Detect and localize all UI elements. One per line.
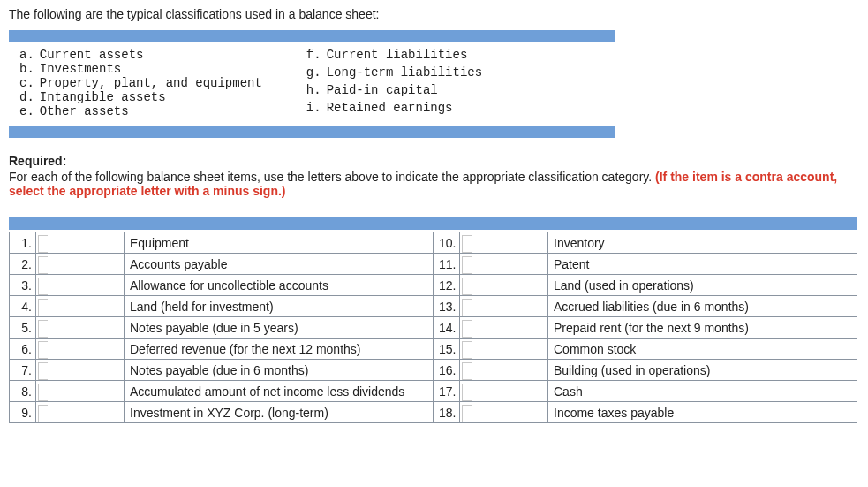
answer-input[interactable]: [460, 382, 547, 401]
classification-letter: f.: [306, 48, 327, 65]
answer-input[interactable]: [460, 297, 547, 316]
table-row: 6.Deferred revenue (for the next 12 mont…: [10, 339, 857, 360]
answer-cell[interactable]: [460, 317, 548, 339]
answer-input[interactable]: [460, 255, 547, 274]
item-number: 12.: [434, 275, 460, 296]
item-description: Land (held for investment): [125, 296, 434, 317]
answer-cell[interactable]: [460, 360, 548, 381]
classification-row: h.Paid-in capital: [306, 83, 482, 101]
answer-cell[interactable]: [36, 296, 125, 317]
answer-cell[interactable]: [36, 254, 125, 275]
answer-cell[interactable]: [460, 339, 548, 360]
answer-cell[interactable]: [460, 232, 548, 254]
classification-label: Current assets: [40, 48, 262, 62]
answer-cell[interactable]: [36, 381, 125, 402]
table-row: 7.Notes payable (due in 6 months)16.Buil…: [10, 360, 857, 381]
classifications-left-col: a.Current assetsb.Investmentsc.Property,…: [19, 48, 262, 118]
item-description: Patent: [548, 254, 857, 275]
answer-input[interactable]: [460, 318, 547, 338]
classification-letter: c.: [19, 76, 40, 90]
answer-cell[interactable]: [460, 402, 548, 423]
item-number: 6.: [10, 339, 36, 360]
classification-letter: a.: [19, 48, 40, 62]
answer-cell[interactable]: [460, 254, 548, 275]
item-number: 8.: [10, 381, 36, 402]
answer-cell[interactable]: [460, 296, 548, 317]
answer-cell[interactable]: [460, 275, 548, 296]
classification-row: i.Retained earnings: [306, 101, 482, 118]
classification-label: Property, plant, and equipment: [40, 76, 262, 90]
item-number: 14.: [434, 317, 460, 339]
item-number: 5.: [10, 317, 36, 339]
classification-letter: h.: [306, 83, 327, 101]
answer-input[interactable]: [460, 233, 547, 253]
answer-cell[interactable]: [36, 360, 125, 381]
classification-letter: b.: [19, 62, 40, 76]
classification-row: d.Intangible assets: [19, 90, 262, 104]
answer-cell[interactable]: [460, 381, 548, 402]
item-number: 15.: [434, 339, 460, 360]
item-number: 9.: [10, 402, 36, 423]
answer-input[interactable]: [36, 339, 124, 359]
classification-label: Retained earnings: [327, 101, 482, 118]
item-description: Allowance for uncollectible accounts: [125, 275, 434, 296]
item-number: 2.: [10, 254, 36, 275]
classifications-right-col: f.Current liabilitiesg.Long-term liabili…: [306, 48, 482, 118]
classifications-block: a.Current assetsb.Investmentsc.Property,…: [9, 44, 859, 126]
classification-row: a.Current assets: [19, 48, 262, 62]
divider-bar-top: [9, 30, 615, 42]
classification-letter: d.: [19, 90, 40, 104]
answer-input[interactable]: [460, 339, 547, 359]
answer-cell[interactable]: [36, 232, 125, 254]
answer-input[interactable]: [36, 361, 124, 380]
answer-input[interactable]: [36, 318, 124, 338]
answer-input[interactable]: [460, 403, 547, 422]
answer-input[interactable]: [36, 233, 124, 253]
item-description: Prepaid rent (for the next 9 months): [548, 317, 857, 339]
classification-letter: e.: [19, 104, 40, 118]
item-number: 17.: [434, 381, 460, 402]
answer-cell[interactable]: [36, 339, 125, 360]
item-description: Investment in XYZ Corp. (long-term): [125, 402, 434, 423]
classification-row: c.Property, plant, and equipment: [19, 76, 262, 90]
divider-bar-mid: [9, 126, 615, 138]
classification-label: Other assets: [40, 104, 262, 118]
classification-row: g.Long-term liabilities: [306, 65, 482, 83]
item-description: Accrued liabilities (due in 6 months): [548, 296, 857, 317]
answer-input[interactable]: [460, 361, 547, 380]
table-row: 8.Accumulated amount of net income less …: [10, 381, 857, 402]
answer-input[interactable]: [36, 297, 124, 316]
table-row: 9.Investment in XYZ Corp. (long-term)18.…: [10, 402, 857, 423]
item-number: 7.: [10, 360, 36, 381]
classification-label: Intangible assets: [40, 90, 262, 104]
item-description: Inventory: [548, 232, 857, 254]
item-number: 1.: [10, 232, 36, 254]
answer-cell[interactable]: [36, 317, 125, 339]
item-description: Accounts payable: [125, 254, 434, 275]
item-description: Accumulated amount of net income less di…: [125, 381, 434, 402]
answer-input[interactable]: [36, 276, 124, 295]
item-number: 10.: [434, 232, 460, 254]
answer-input[interactable]: [460, 276, 547, 295]
item-number: 16.: [434, 360, 460, 381]
classification-row: b.Investments: [19, 62, 262, 76]
item-description: Deferred revenue (for the next 12 months…: [125, 339, 434, 360]
classification-label: Current liabilities: [327, 48, 482, 65]
answer-input[interactable]: [36, 255, 124, 274]
classification-label: Long-term liabilities: [327, 65, 482, 83]
item-description: Building (used in operations): [548, 360, 857, 381]
item-description: Land (used in operations): [548, 275, 857, 296]
answer-input[interactable]: [36, 403, 124, 422]
required-heading: Required:: [9, 154, 859, 168]
intro-text: The following are the typical classifica…: [9, 7, 859, 21]
answer-cell[interactable]: [36, 402, 125, 423]
answer-cell[interactable]: [36, 275, 125, 296]
item-description: Notes payable (due in 6 months): [125, 360, 434, 381]
classification-row: e.Other assets: [19, 104, 262, 118]
table-row: 4.Land (held for investment)13.Accrued l…: [10, 296, 857, 317]
item-number: 4.: [10, 296, 36, 317]
answer-input[interactable]: [36, 382, 124, 401]
required-text-body: For each of the following balance sheet …: [9, 170, 655, 184]
classification-label: Paid-in capital: [327, 83, 482, 101]
table-row: 1.Equipment10.Inventory: [10, 232, 857, 254]
